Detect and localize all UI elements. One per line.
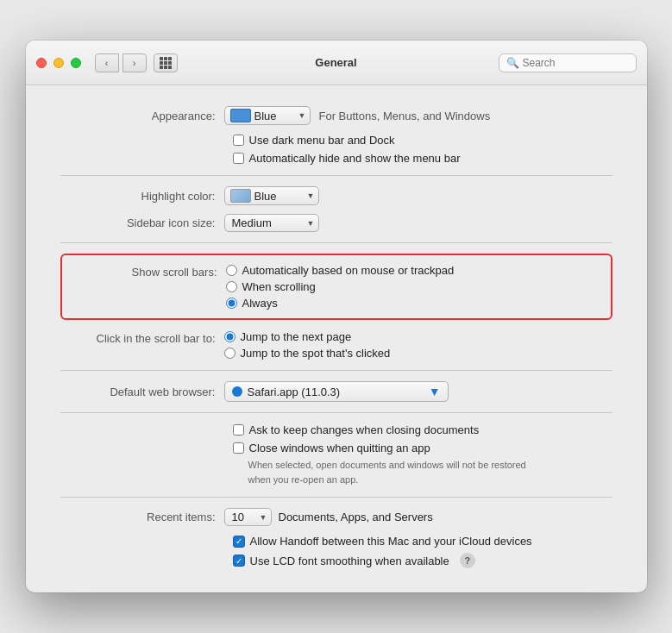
sidebar-icon-size-value: Medium bbox=[232, 216, 272, 229]
traffic-lights bbox=[36, 58, 81, 68]
browser-label: Default web browser: bbox=[60, 385, 224, 398]
highlight-color-row: Highlight color: Blue ▼ bbox=[60, 186, 612, 205]
recent-items-hint: Documents, Apps, and Servers bbox=[279, 511, 433, 523]
scroll-bars-when-scrolling-row: When scrolling bbox=[226, 280, 455, 293]
scroll-bars-auto-radio[interactable] bbox=[226, 265, 237, 276]
ask-to-keep-row: Ask to keep changes when closing documen… bbox=[233, 423, 612, 436]
divider-1 bbox=[60, 175, 612, 176]
search-bar[interactable]: 🔍 bbox=[499, 53, 637, 72]
click-scroll-section: Click in the scroll bar to: Jump to the … bbox=[60, 330, 612, 360]
auto-hide-menu-checkbox[interactable] bbox=[233, 153, 244, 164]
help-button[interactable]: ? bbox=[460, 553, 475, 568]
maximize-button[interactable] bbox=[71, 58, 81, 68]
dark-menu-bar-checkbox[interactable] bbox=[233, 135, 244, 146]
divider-4 bbox=[60, 412, 612, 413]
browser-select[interactable]: Safari.app (11.0.3) ▼ bbox=[224, 381, 449, 402]
browser-row: Default web browser: Safari.app (11.0.3)… bbox=[60, 381, 612, 402]
highlight-arrow-icon: ▼ bbox=[307, 191, 315, 200]
appearance-label: Appearance: bbox=[60, 110, 224, 122]
ask-to-keep-checkbox[interactable] bbox=[233, 424, 244, 436]
scroll-bars-auto-label: Automatically based on mouse or trackpad bbox=[242, 264, 455, 277]
click-scroll-spot-row: Jump to the spot that's clicked bbox=[224, 347, 391, 360]
recent-items-arrow-icon: ▼ bbox=[260, 513, 267, 522]
close-button[interactable] bbox=[36, 58, 47, 68]
auto-hide-menu-label: Automatically hide and show the menu bar bbox=[249, 152, 461, 165]
recent-items-label: Recent items: bbox=[60, 511, 224, 523]
appearance-value: Blue bbox=[254, 110, 277, 122]
search-icon: 🔍 bbox=[506, 57, 519, 69]
sidebar-icon-size-select[interactable]: Medium ▼ bbox=[224, 214, 319, 232]
window-title: General bbox=[315, 56, 356, 69]
appearance-arrow-icon: ▼ bbox=[298, 111, 306, 120]
click-scroll-next-radio[interactable] bbox=[224, 331, 236, 342]
sidebar-size-arrow-icon: ▼ bbox=[307, 219, 315, 228]
divider-5 bbox=[60, 497, 612, 498]
minimize-button[interactable] bbox=[53, 58, 64, 68]
scroll-bars-auto-row: Automatically based on mouse or trackpad bbox=[226, 264, 455, 277]
dark-menu-bar-label: Use dark menu bar and Dock bbox=[249, 134, 395, 147]
scroll-bars-always-radio[interactable] bbox=[226, 298, 237, 309]
handoff-row: ✓ Allow Handoff between this Mac and you… bbox=[233, 535, 612, 548]
appearance-row: Appearance: Blue ▼ For Buttons, Menus, a… bbox=[60, 106, 612, 125]
sidebar-icon-size-row: Sidebar icon size: Medium ▼ bbox=[60, 214, 612, 232]
browser-arrow-icon: ▼ bbox=[429, 385, 441, 398]
lcd-checkbox[interactable]: ✓ bbox=[233, 555, 245, 567]
recent-items-select[interactable]: 10 ▼ bbox=[224, 508, 272, 526]
scroll-bars-section: Show scroll bars: Automatically based on… bbox=[60, 254, 612, 320]
handoff-checkbox[interactable]: ✓ bbox=[233, 536, 245, 548]
appearance-hint: For Buttons, Menus, and Windows bbox=[319, 110, 491, 122]
divider-2 bbox=[60, 242, 612, 243]
grid-view-button[interactable] bbox=[154, 53, 178, 72]
sidebar-icon-size-label: Sidebar icon size: bbox=[60, 216, 224, 229]
handoff-label: Allow Handoff between this Mac and your … bbox=[250, 535, 532, 548]
highlight-color-label: Highlight color: bbox=[60, 190, 224, 203]
divider-3 bbox=[60, 370, 612, 371]
titlebar: ‹ › General 🔍 bbox=[26, 41, 647, 85]
recent-items-value: 10 bbox=[232, 511, 244, 523]
scroll-bars-when-scrolling-radio[interactable] bbox=[226, 281, 237, 292]
appearance-select[interactable]: Blue ▼ bbox=[224, 106, 311, 125]
close-windows-checkbox[interactable] bbox=[233, 442, 244, 454]
highlight-color-value: Blue bbox=[254, 190, 277, 203]
ask-to-keep-label: Ask to keep changes when closing documen… bbox=[249, 423, 480, 436]
click-scroll-label: Click in the scroll bar to: bbox=[60, 330, 224, 345]
nav-buttons: ‹ › bbox=[95, 53, 147, 72]
main-window: ‹ › General 🔍 Appearance: Blue ▼ For B bbox=[26, 41, 647, 592]
lcd-row: ✓ Use LCD font smoothing when available … bbox=[233, 553, 612, 568]
recent-items-row: Recent items: 10 ▼ Documents, Apps, and … bbox=[60, 508, 612, 526]
scroll-bars-always-label: Always bbox=[242, 297, 278, 310]
click-scroll-spot-label: Jump to the spot that's clicked bbox=[241, 347, 391, 360]
scroll-bars-options: Automatically based on mouse or trackpad… bbox=[226, 264, 455, 310]
close-windows-hint: When selected, open documents and window… bbox=[248, 458, 612, 486]
click-scroll-next-label: Jump to the next page bbox=[241, 330, 352, 343]
auto-hide-menu-row: Automatically hide and show the menu bar bbox=[233, 152, 612, 165]
appearance-color-swatch bbox=[230, 109, 251, 122]
close-windows-label: Close windows when quitting an app bbox=[249, 442, 430, 454]
highlight-color-select[interactable]: Blue ▼ bbox=[224, 186, 319, 205]
browser-value: Safari.app (11.0.3) bbox=[248, 385, 425, 398]
scroll-bars-always-row: Always bbox=[226, 297, 455, 310]
back-button[interactable]: ‹ bbox=[95, 53, 119, 72]
highlight-color-swatch bbox=[230, 189, 251, 203]
lcd-label: Use LCD font smoothing when available bbox=[250, 555, 449, 567]
search-input[interactable] bbox=[523, 57, 629, 69]
grid-icon bbox=[160, 57, 172, 69]
click-scroll-spot-radio[interactable] bbox=[224, 348, 236, 359]
settings-content: Appearance: Blue ▼ For Buttons, Menus, a… bbox=[26, 85, 647, 592]
scroll-bars-label: Show scroll bars: bbox=[74, 264, 226, 279]
dark-menu-bar-row: Use dark menu bar and Dock bbox=[233, 134, 612, 147]
forward-button[interactable]: › bbox=[122, 53, 147, 72]
browser-icon bbox=[232, 386, 242, 397]
click-scroll-row: Click in the scroll bar to: Jump to the … bbox=[60, 330, 612, 360]
scroll-bars-when-scrolling-label: When scrolling bbox=[242, 280, 316, 293]
click-scroll-next-row: Jump to the next page bbox=[224, 330, 391, 343]
close-windows-row: Close windows when quitting an app bbox=[233, 442, 612, 454]
